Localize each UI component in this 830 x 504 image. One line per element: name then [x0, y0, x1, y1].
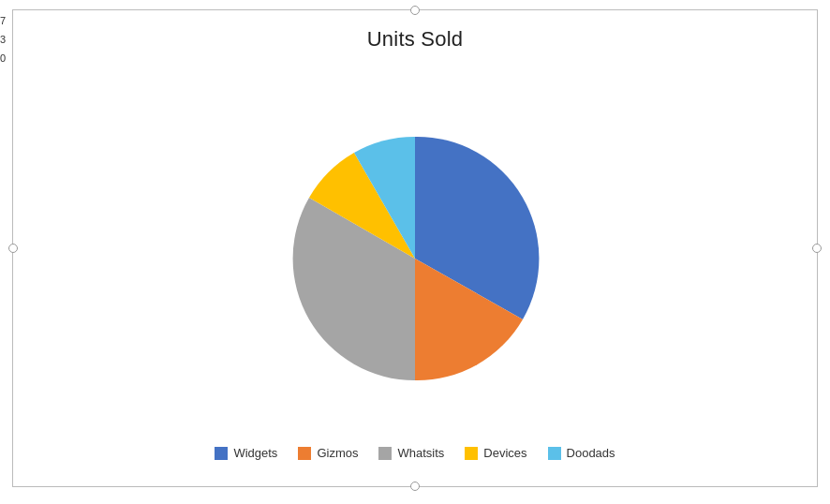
legend-item-devices: Devices: [465, 446, 526, 460]
legend-item-widgets: Widgets: [215, 446, 277, 460]
legend-item-doodads: Doodads: [548, 446, 615, 460]
legend-label-whatsits: Whatsits: [397, 446, 444, 460]
legend-item-gizmos: Gizmos: [298, 446, 358, 460]
legend-label-devices: Devices: [483, 446, 526, 460]
chart-legend: Widgets Gizmos Whatsits Devices Doodads: [215, 446, 615, 460]
legend-label-widgets: Widgets: [233, 446, 277, 460]
legend-color-devices: [465, 447, 478, 460]
legend-color-gizmos: [298, 447, 311, 460]
resize-handle-left[interactable]: [8, 244, 18, 253]
pie-chart-wrapper: [265, 70, 565, 446]
pie-chart-svg: [265, 118, 565, 399]
legend-item-whatsits: Whatsits: [378, 446, 444, 460]
legend-color-widgets: [215, 447, 228, 460]
legend-label-doodads: Doodads: [567, 446, 615, 460]
legend-color-whatsits: [378, 447, 392, 460]
resize-handle-right[interactable]: [812, 244, 822, 253]
legend-label-gizmos: Gizmos: [317, 446, 358, 460]
resize-handle-bottom[interactable]: [410, 482, 420, 491]
legend-color-doodads: [548, 447, 561, 460]
chart-container: Units Sold Widgets Gi: [12, 9, 818, 487]
resize-handle-top[interactable]: [410, 6, 420, 15]
chart-title: Units Sold: [367, 27, 463, 52]
